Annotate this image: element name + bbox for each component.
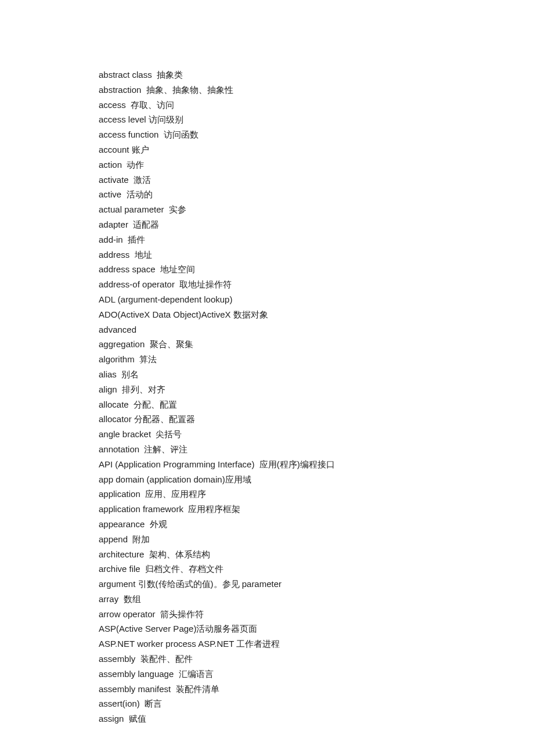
glossary-entry: assign 赋值 xyxy=(99,711,534,726)
glossary-entry: access level 访问级别 xyxy=(99,112,534,127)
glossary-entry: append 附加 xyxy=(99,532,534,547)
glossary-entry: angle bracket 尖括号 xyxy=(99,427,534,442)
glossary-entry: abstraction 抽象、抽象物、抽象性 xyxy=(99,82,534,98)
glossary-entry: actual parameter 实参 xyxy=(99,202,534,217)
glossary-entry: ADL (argument-dependent lookup) xyxy=(99,292,534,307)
glossary-entry: assembly language 汇编语言 xyxy=(99,667,534,682)
glossary-entry: add-in 插件 xyxy=(99,232,534,247)
glossary-entry: application framework 应用程序框架 xyxy=(99,502,534,517)
glossary-entry: assembly manifest 装配件清单 xyxy=(99,682,534,697)
glossary-entry: action 动作 xyxy=(99,157,534,172)
glossary-entry: ADO(ActiveX Data Object)ActiveX 数据对象 xyxy=(99,307,534,322)
glossary-entry: architecture 架构、体系结构 xyxy=(99,547,534,562)
glossary-entry: annotation 注解、评注 xyxy=(99,442,534,457)
glossary-entry: account 账户 xyxy=(99,142,534,157)
glossary-entry: ASP(Active Server Page)活动服务器页面 xyxy=(99,621,534,636)
glossary-entry: ASP.NET worker process ASP.NET 工作者进程 xyxy=(99,636,534,651)
glossary-entry: arrow operator 箭头操作符 xyxy=(99,607,534,622)
glossary-entry: address space 地址空间 xyxy=(99,262,534,277)
glossary-entry: algorithm 算法 xyxy=(99,352,534,367)
glossary-entry: align 排列、对齐 xyxy=(99,382,534,397)
glossary-entry: address-of operator 取地址操作符 xyxy=(99,277,534,292)
glossary-entry: allocator 分配器、配置器 xyxy=(99,412,534,427)
glossary-entry: abstract class 抽象类 xyxy=(99,67,534,82)
glossary-entry: allocate 分配、配置 xyxy=(99,397,534,412)
glossary-entry: active 活动的 xyxy=(99,187,534,202)
glossary-entry: advanced xyxy=(99,322,534,337)
glossary-entry: assembly 装配件、配件 xyxy=(99,651,534,667)
glossary-list: abstract class 抽象类abstraction 抽象、抽象物、抽象性… xyxy=(99,67,534,726)
glossary-entry: application 应用、应用程序 xyxy=(99,487,534,502)
glossary-entry: adapter 适配器 xyxy=(99,217,534,232)
glossary-entry: activate 激活 xyxy=(99,172,534,188)
glossary-entry: aggregation 聚合、聚集 xyxy=(99,337,534,352)
glossary-entry: argument 引数(传给函式的值)。参见 parameter xyxy=(99,577,534,592)
glossary-entry: app domain (application domain)应用域 xyxy=(99,472,534,487)
glossary-entry: array 数组 xyxy=(99,592,534,607)
glossary-entry: alias 别名 xyxy=(99,367,534,382)
glossary-entry: access function 访问函数 xyxy=(99,127,534,142)
glossary-entry: archive file 归档文件、存档文件 xyxy=(99,561,534,577)
glossary-entry: assert(ion) 断言 xyxy=(99,696,534,711)
glossary-entry: API (Application Programming Interface) … xyxy=(99,457,534,472)
glossary-entry: address 地址 xyxy=(99,247,534,262)
glossary-entry: access 存取、访问 xyxy=(99,98,534,113)
glossary-entry: appearance 外观 xyxy=(99,517,534,532)
document-page: abstract class 抽象类abstraction 抽象、抽象物、抽象性… xyxy=(0,0,534,756)
